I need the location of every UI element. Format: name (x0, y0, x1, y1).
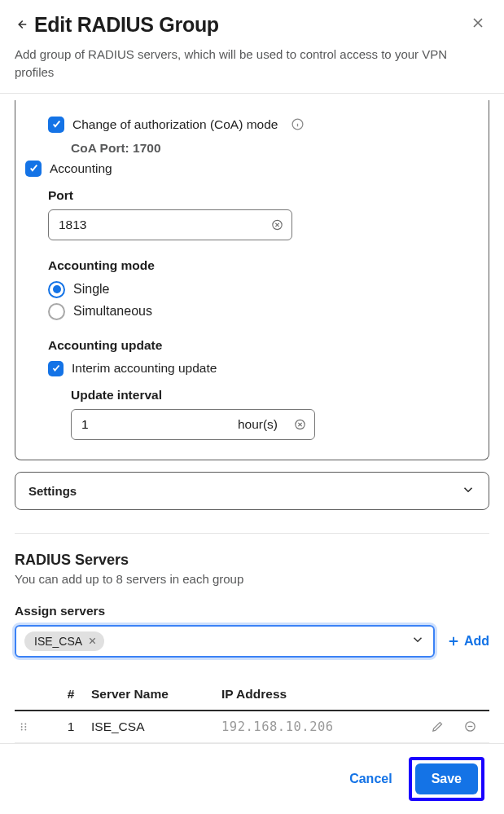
svg-point-7 (21, 728, 23, 730)
row-num: 1 (50, 719, 91, 734)
divider (15, 533, 489, 534)
svg-point-8 (24, 728, 26, 730)
back-icon[interactable] (15, 17, 29, 32)
assign-label: Assign servers (15, 604, 489, 618)
servers-subtitle: You can add up to 8 servers in each grou… (15, 572, 489, 586)
svg-point-5 (21, 726, 23, 728)
column-ip: IP Address (221, 687, 421, 702)
chevron-down-icon (461, 482, 476, 499)
accounting-mode-label: Accounting mode (48, 258, 472, 273)
svg-point-4 (24, 723, 26, 724)
cancel-button[interactable]: Cancel (349, 772, 392, 786)
radio-simultaneous[interactable] (48, 303, 65, 320)
accounting-label: Accounting (50, 161, 112, 176)
save-highlight: Save (409, 757, 484, 801)
assign-select[interactable]: ISE_CSA (15, 625, 435, 658)
save-button[interactable]: Save (415, 763, 478, 794)
servers-table: # Server Name IP Address 1 ISE_CSA 192.1… (15, 679, 489, 743)
interim-label: Interim accounting update (72, 361, 217, 376)
edit-icon[interactable] (431, 719, 445, 733)
radio-single[interactable] (48, 281, 65, 298)
port-label: Port (48, 188, 472, 203)
close-icon[interactable] (467, 11, 489, 37)
add-button[interactable]: Add (446, 634, 489, 649)
footer: Cancel Save (0, 743, 504, 814)
coa-port-label: CoA Port: 1700 (71, 141, 472, 156)
radio-single-label: Single (73, 282, 109, 297)
page-subtitle: Add group of RADIUS servers, which will … (0, 46, 504, 93)
coa-checkbox[interactable] (48, 117, 64, 133)
clear-icon[interactable] (270, 218, 284, 231)
interval-unit: hour(s) (238, 417, 278, 432)
svg-point-3 (21, 723, 23, 724)
accounting-update-label: Accounting update (48, 338, 472, 353)
clear-icon[interactable] (293, 417, 307, 431)
chevron-down-icon[interactable] (410, 632, 425, 650)
column-num: # (50, 687, 91, 702)
add-button-label: Add (464, 634, 489, 649)
row-name: ISE_CSA (91, 719, 221, 734)
port-input[interactable] (48, 209, 292, 240)
remove-icon[interactable] (463, 719, 477, 733)
coa-label: Change of authorization (CoA) mode (72, 117, 278, 132)
column-name: Server Name (91, 687, 221, 702)
content-scroll[interactable]: Change of authorization (CoA) mode CoA P… (0, 93, 504, 761)
settings-expand[interactable]: Settings (15, 472, 489, 510)
chip-remove-icon[interactable] (87, 636, 98, 646)
server-chip-label: ISE_CSA (34, 635, 82, 648)
page-title: Edit RADIUS Group (34, 13, 219, 37)
accounting-checkbox[interactable] (25, 161, 42, 177)
servers-title: RADIUS Servers (15, 552, 489, 569)
svg-point-6 (24, 726, 26, 728)
server-chip: ISE_CSA (24, 631, 104, 651)
settings-expand-label: Settings (28, 484, 77, 498)
interval-input[interactable] (71, 409, 315, 440)
table-row: 1 ISE_CSA 192.168.10.206 (15, 711, 489, 743)
info-icon[interactable] (291, 117, 305, 131)
interim-checkbox[interactable] (48, 361, 64, 376)
radio-simultaneous-label: Simultaneous (73, 304, 152, 319)
drag-icon[interactable] (18, 721, 50, 733)
accounting-panel: Change of authorization (CoA) mode CoA P… (15, 100, 489, 460)
interval-label: Update interval (71, 388, 472, 403)
row-ip: 192.168.10.206 (221, 719, 421, 734)
